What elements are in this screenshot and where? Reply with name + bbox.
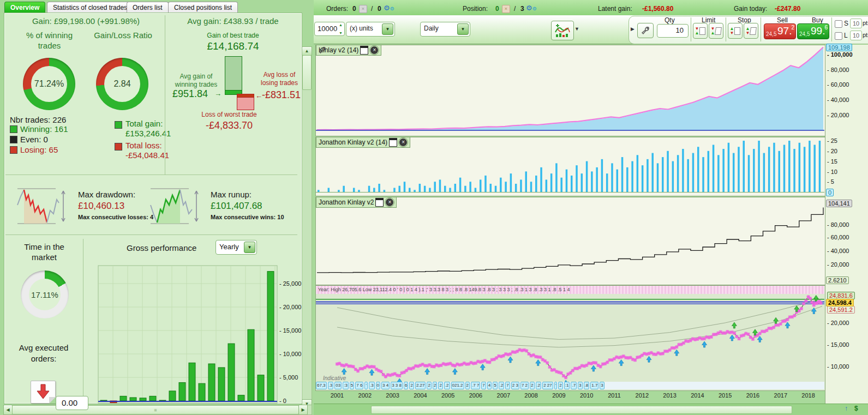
tab-orders-list[interactable]: Orders list bbox=[127, 2, 169, 13]
tab-overview[interactable]: Overview bbox=[4, 2, 45, 13]
worst-trade-value: -£4,833.70 bbox=[180, 120, 278, 131]
chart-type-caret-icon[interactable]: ▼ bbox=[574, 26, 579, 32]
trade-count-badge: ' bbox=[364, 382, 368, 389]
cumulative-gain-chart bbox=[316, 45, 824, 135]
winning-count: Winning: 161 bbox=[20, 124, 68, 134]
pane2-axis-label: 25 bbox=[827, 137, 837, 144]
limit-pts-input[interactable]: 10 bbox=[850, 31, 862, 40]
orders-settings-gear-icon[interactable]: ⚙⚙ bbox=[384, 4, 394, 12]
close-position-icon[interactable]: × bbox=[502, 5, 510, 13]
scroll-up-shortcut-icon[interactable]: ↑ bbox=[845, 405, 848, 412]
chevron-down-icon[interactable]: ▼ bbox=[457, 23, 469, 35]
stop-loss-checkbox[interactable] bbox=[835, 20, 842, 28]
qty-value: 10 bbox=[676, 26, 684, 34]
limit-checkbox[interactable] bbox=[835, 32, 842, 40]
currency-icon[interactable]: $ bbox=[854, 405, 858, 412]
gain-loss-ratio-value: 2.84 bbox=[104, 66, 140, 102]
year-axis-label: 2003 bbox=[385, 392, 401, 399]
gain-header: Gain: £99,198.00 (+991.98%) bbox=[8, 16, 164, 26]
latent-gain-label: Latent gain: bbox=[598, 5, 632, 13]
pane3-title-tab[interactable]: Jonathon Kinlay v2 × bbox=[316, 197, 397, 208]
order-settings-button[interactable] bbox=[637, 23, 654, 38]
trade-count-badges-row: 67,3.303:357 6'.303 43 3 8622.27222.2021… bbox=[316, 382, 824, 389]
scroll-right-button[interactable]: ▶ bbox=[298, 405, 308, 415]
year-axis-label: 2016 bbox=[745, 392, 761, 399]
pane3-axis-label: 60,000 bbox=[827, 234, 849, 240]
pane3-axis-label: 40,000 bbox=[827, 248, 849, 254]
pane1-axis-label: 100,000 bbox=[827, 51, 853, 58]
window-icon[interactable] bbox=[389, 138, 397, 147]
sell-label: Sell bbox=[777, 16, 788, 24]
lot-size-spinner[interactable]: 10000 ▲ ▼ bbox=[314, 22, 345, 36]
collapse-panel-icon[interactable]: ▶ bbox=[631, 26, 634, 32]
limit-sell-order-button[interactable]: ▼▲ bbox=[709, 23, 723, 39]
price-chart bbox=[316, 294, 824, 382]
worst-trade-label: Loss of worst trade bbox=[180, 111, 278, 118]
pane2-title-tab[interactable]: Jonathon Kinlay v2 (14) × bbox=[316, 137, 410, 148]
stop-sell-order-button[interactable]: ▲▼ bbox=[744, 23, 758, 39]
toolbar-separator-3 bbox=[761, 17, 761, 41]
buy-button[interactable]: 24,5 99. 6 bbox=[797, 23, 829, 39]
cancel-orders-icon[interactable]: × bbox=[359, 5, 367, 13]
even-count: Even: 0 bbox=[20, 135, 48, 144]
export-document-icon bbox=[31, 381, 56, 404]
sell-button[interactable]: 24,5 97. 2 bbox=[764, 23, 796, 39]
tab-statistics[interactable]: Statistics of closed trades bbox=[47, 2, 133, 13]
close-icon[interactable]: × bbox=[370, 46, 379, 55]
order-page-edit-icon bbox=[715, 27, 722, 35]
left-vertical-scrollbar[interactable] bbox=[302, 46, 312, 408]
position-settings-gear-small-icon: ⚙ bbox=[532, 6, 537, 11]
stop-buy-order-button[interactable]: ▲▼ bbox=[728, 23, 743, 39]
trade-count-badge: 2 bbox=[558, 382, 562, 389]
total-loss-label: Total loss: bbox=[125, 141, 162, 150]
trade-count-badge: 6 bbox=[404, 382, 408, 389]
trade-count-badge: 2 bbox=[409, 382, 414, 389]
year-axis-label: 2014 bbox=[689, 392, 705, 399]
year-high-axis-flag: 24,831.6 bbox=[827, 292, 855, 299]
tab-closed-positions[interactable]: Closed positions list bbox=[168, 2, 238, 13]
latent-gain-value: -£1,560.80 bbox=[642, 5, 673, 13]
total-gain-label: Total gain: bbox=[125, 119, 163, 128]
wrench-icon bbox=[641, 26, 650, 35]
pane4-axis-label: 20,000 bbox=[827, 320, 849, 326]
year-axis-label: 2011 bbox=[606, 392, 622, 399]
vertical-scroll-thumb[interactable] bbox=[302, 55, 312, 90]
gain-today-value: -£247.80 bbox=[775, 5, 800, 13]
chevron-down-icon[interactable]: ▼ bbox=[244, 242, 255, 253]
pane2-axis-label: 15 bbox=[827, 158, 837, 165]
scroll-left-button[interactable]: ◀ bbox=[3, 405, 13, 415]
units-select[interactable]: (x) units ▼ bbox=[346, 22, 395, 37]
position-settings-gear-icon[interactable]: ⚙⚙ bbox=[526, 4, 537, 12]
avg-loss-label: Avg loss of losing trades bbox=[258, 71, 301, 87]
close-icon[interactable]: × bbox=[385, 198, 394, 207]
wrench-icon[interactable] bbox=[319, 46, 326, 54]
time-in-market-value: 17.11% bbox=[29, 279, 61, 310]
scroll-up-button[interactable]: ▲ bbox=[302, 46, 312, 56]
buy-price-prefix: 24,5 bbox=[799, 31, 810, 37]
close-icon[interactable]: × bbox=[399, 138, 408, 147]
window-icon[interactable] bbox=[375, 198, 384, 207]
gross-performance-period-select[interactable]: Yearly ▼ bbox=[215, 240, 257, 255]
qty-input[interactable]: 10 bbox=[657, 24, 689, 38]
column-divider-2 bbox=[83, 239, 83, 401]
timeframe-select[interactable]: Daily ▼ bbox=[420, 22, 470, 37]
spinner-up-icon[interactable]: ▲ bbox=[339, 23, 343, 27]
trade-count-badge: .7 7 bbox=[471, 382, 480, 389]
buy-price-decimal: 6 bbox=[824, 25, 828, 31]
chart-type-button[interactable] bbox=[551, 21, 574, 40]
gross-y-label: 10,000 bbox=[279, 351, 301, 357]
year-axis-label: 2018 bbox=[800, 392, 817, 399]
window-icon[interactable] bbox=[360, 46, 368, 55]
pane1-title-tab[interactable]: Kinlay v2 (14) × bbox=[316, 45, 381, 56]
stop-loss-pts-input[interactable]: 10 bbox=[850, 19, 862, 28]
chevron-down-icon[interactable]: ▼ bbox=[382, 23, 393, 35]
indicator-value-flag: 2.6210 bbox=[826, 276, 849, 284]
trade-count-badge: :1 bbox=[564, 382, 570, 389]
max-drawdown-value: £10,460.13 bbox=[78, 201, 124, 212]
max-runup-value: £101,407.68 bbox=[211, 201, 262, 212]
limit-buy-order-button[interactable]: ▼▲ bbox=[693, 23, 708, 39]
backtest-report-panel: Overview Statistics of closed trades Ord… bbox=[0, 0, 314, 415]
chart-horizontal-scroll-thumb[interactable] bbox=[371, 406, 792, 414]
spinner-down-icon[interactable]: ▼ bbox=[339, 31, 343, 35]
horizontal-scroll-thumb[interactable]: ≡ bbox=[12, 405, 299, 414]
